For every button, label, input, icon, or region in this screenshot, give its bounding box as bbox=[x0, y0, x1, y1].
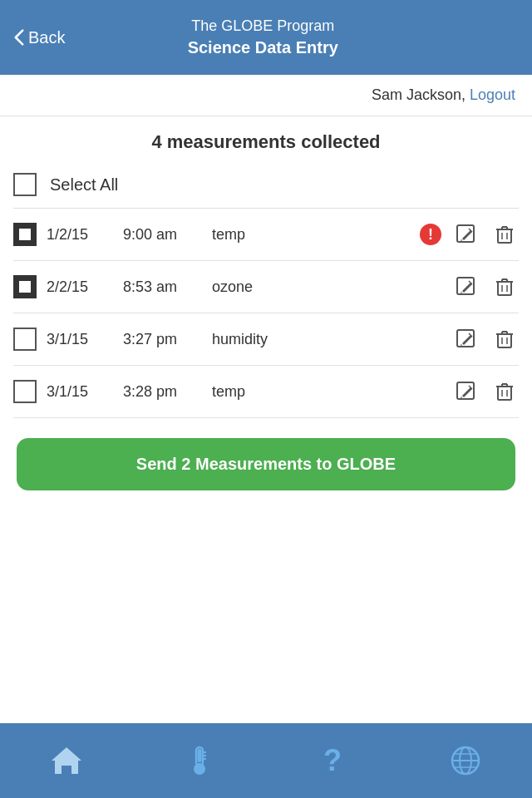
footer-nav: ? bbox=[0, 723, 532, 798]
row-type-2: ozone bbox=[212, 278, 409, 296]
nav-help[interactable]: ? bbox=[266, 723, 399, 798]
row-time-3: 3:27 pm bbox=[123, 331, 202, 348]
globe-icon bbox=[447, 742, 484, 779]
row-type-4: temp bbox=[212, 383, 409, 401]
send-button[interactable]: Send 2 Measurements to GLOBE bbox=[17, 438, 515, 490]
row-date-3: 3/1/15 bbox=[47, 331, 113, 348]
delete-button-4[interactable] bbox=[490, 377, 519, 406]
svg-text:?: ? bbox=[323, 743, 342, 777]
select-all-label: Select All bbox=[50, 175, 118, 195]
svg-rect-10 bbox=[457, 278, 474, 294]
svg-rect-19 bbox=[498, 334, 511, 347]
row-date-1: 1/2/15 bbox=[47, 226, 113, 244]
delete-button-1[interactable] bbox=[490, 220, 519, 249]
list-container: Select All 1/2/15 9:00 am temp ! bbox=[0, 161, 532, 418]
svg-rect-11 bbox=[498, 282, 511, 295]
edit-button-4[interactable] bbox=[452, 377, 480, 406]
select-all-row[interactable]: Select All bbox=[13, 161, 519, 209]
main-content: 4 measurements collected Select All 1/2/… bbox=[0, 116, 532, 723]
header: Back The GLOBE Program Science Data Entr… bbox=[0, 0, 532, 75]
nav-globe[interactable] bbox=[399, 723, 532, 798]
header-title-line1: The GLOBE Program bbox=[65, 17, 461, 36]
svg-rect-2 bbox=[457, 225, 474, 242]
delete-button-2[interactable] bbox=[490, 273, 519, 301]
select-all-checkbox[interactable] bbox=[13, 173, 37, 196]
row-time-4: 3:28 pm bbox=[123, 383, 202, 401]
home-icon bbox=[48, 742, 85, 779]
table-row: 2/2/15 8:53 am ozone bbox=[13, 261, 519, 313]
svg-rect-3 bbox=[498, 229, 511, 243]
header-title-line2: Science Data Entry bbox=[65, 37, 461, 58]
row-time-2: 8:53 am bbox=[123, 278, 202, 296]
edit-button-3[interactable] bbox=[452, 325, 480, 353]
row-date-4: 3/1/15 bbox=[47, 383, 113, 401]
svg-rect-27 bbox=[498, 387, 511, 400]
row-time-1: 9:00 am bbox=[123, 226, 202, 244]
table-row: 3/1/15 3:27 pm humidity bbox=[13, 313, 519, 366]
edit-button-1[interactable] bbox=[452, 220, 480, 249]
error-icon: ! bbox=[419, 223, 442, 246]
nav-measurements[interactable] bbox=[133, 723, 266, 798]
row-date-2: 2/2/15 bbox=[47, 278, 113, 296]
table-row: 3/1/15 3:28 pm temp bbox=[13, 366, 519, 418]
svg-point-35 bbox=[194, 763, 205, 775]
row-checkbox-1[interactable] bbox=[13, 223, 37, 246]
svg-rect-26 bbox=[457, 382, 474, 399]
svg-rect-36 bbox=[198, 749, 202, 762]
header-title: The GLOBE Program Science Data Entry bbox=[65, 17, 461, 57]
help-icon: ? bbox=[314, 742, 351, 779]
measurement-count: 4 measurements collected bbox=[0, 116, 532, 161]
delete-button-3[interactable] bbox=[490, 325, 519, 353]
table-row: 1/2/15 9:00 am temp ! bbox=[13, 209, 519, 261]
user-name: Sam Jackson, bbox=[372, 86, 466, 103]
back-label: Back bbox=[28, 28, 65, 47]
thermometer-icon bbox=[181, 742, 218, 779]
row-checkbox-4[interactable] bbox=[13, 380, 37, 403]
svg-text:!: ! bbox=[428, 226, 433, 243]
row-type-3: humidity bbox=[212, 331, 409, 348]
back-button[interactable]: Back bbox=[13, 28, 65, 47]
send-section: Send 2 Measurements to GLOBE bbox=[0, 418, 532, 510]
row-checkbox-2[interactable] bbox=[13, 275, 37, 298]
row-type-1: temp bbox=[212, 226, 409, 244]
row-checkbox-3[interactable] bbox=[13, 328, 37, 351]
logout-button[interactable]: Logout bbox=[470, 86, 515, 103]
edit-button-2[interactable] bbox=[452, 273, 480, 301]
nav-home[interactable] bbox=[0, 723, 133, 798]
user-bar: Sam Jackson, Logout bbox=[0, 75, 532, 116]
svg-rect-18 bbox=[457, 330, 474, 347]
